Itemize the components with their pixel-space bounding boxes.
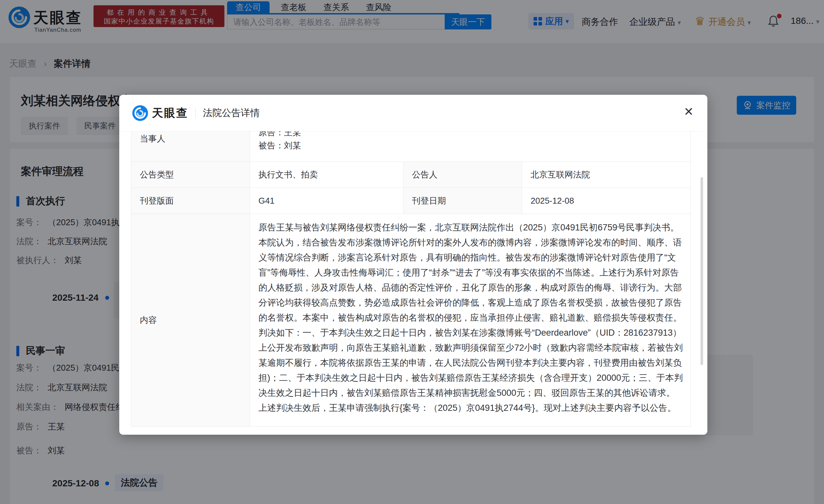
table-row-content: 内容 原告王某与被告刘某网络侵权责任纠纷一案，北京互联网法院作出（2025）京0… xyxy=(131,214,691,426)
party-label: 当事人 xyxy=(131,131,250,162)
content-value: 原告王某与被告刘某网络侵权责任纠纷一案，北京互联网法院作出（2025）京0491… xyxy=(250,214,691,426)
announcement-type-value: 执行文书、拍卖 xyxy=(250,162,404,188)
modal-header: 天眼查 法院公告详情 ✕ xyxy=(119,95,707,131)
modal-title: 法院公告详情 xyxy=(203,107,260,120)
modal-body: 当事人 原告：王某 被告：刘某 公告类型 执行文书、拍卖 公告人 北京互联网法院… xyxy=(119,131,707,434)
modal-scrollbar-thumb[interactable] xyxy=(701,177,703,365)
party-defendant: 被告：刘某 xyxy=(259,139,684,152)
publication-page-label: 刊登版面 xyxy=(131,188,250,214)
party-plaintiff: 原告：王某 xyxy=(259,131,684,139)
content-label: 内容 xyxy=(131,214,250,426)
announcement-type-label: 公告类型 xyxy=(131,162,250,188)
table-row-type: 公告类型 执行文书、拍卖 公告人 北京互联网法院 xyxy=(131,162,691,188)
publication-date-value: 2025-12-08 xyxy=(522,188,691,214)
tianyancha-logo-icon xyxy=(132,105,148,121)
announcer-label: 公告人 xyxy=(404,162,522,188)
announcer-value: 北京互联网法院 xyxy=(522,162,691,188)
table-row-party: 当事人 原告：王某 被告：刘某 xyxy=(131,131,691,162)
court-announcement-modal: 天眼查 法院公告详情 ✕ 当事人 原告：王某 被告：刘某 公告类型 执行文书、拍… xyxy=(119,95,707,435)
close-icon[interactable]: ✕ xyxy=(684,106,694,118)
table-row-publication: 刊登版面 G41 刊登日期 2025-12-08 xyxy=(131,188,691,214)
header-divider xyxy=(195,108,196,118)
publication-page-value: G41 xyxy=(250,188,404,214)
announcement-table: 当事人 原告：王某 被告：刘某 公告类型 执行文书、拍卖 公告人 北京互联网法院… xyxy=(131,131,691,426)
publication-date-label: 刊登日期 xyxy=(404,188,522,214)
app-window: 天眼查 TianYanCha.com 都在用的商业查询工具 国家中小企业发展子基… xyxy=(0,0,824,504)
brand-name: 天眼查 xyxy=(152,106,188,121)
party-value: 原告：王某 被告：刘某 xyxy=(250,131,691,162)
